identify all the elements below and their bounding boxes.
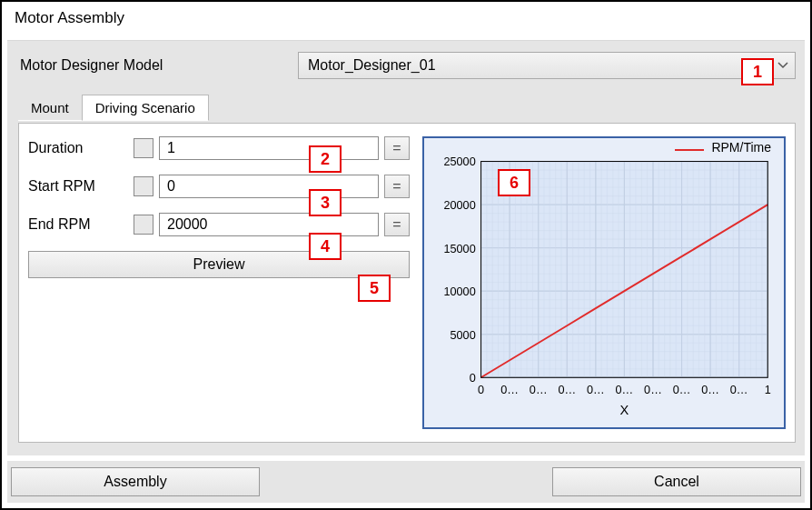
end-rpm-label: End RPM xyxy=(28,216,128,233)
svg-text:X: X xyxy=(620,403,629,417)
chevron-down-icon xyxy=(771,53,795,78)
svg-text:0…: 0… xyxy=(701,384,719,396)
end-rpm-swatch[interactable] xyxy=(134,215,153,235)
duration-input[interactable] xyxy=(159,136,379,160)
tab-panel-driving-scenario: Duration = Start RPM = End RPM = xyxy=(18,123,796,443)
window-title: Motor Assembly xyxy=(2,2,810,33)
duration-label: Duration xyxy=(28,140,128,156)
svg-text:10000: 10000 xyxy=(444,285,476,298)
preview-button[interactable]: Preview xyxy=(28,251,410,278)
start-rpm-input[interactable] xyxy=(159,175,379,198)
svg-text:0…: 0… xyxy=(673,384,691,396)
svg-text:0…: 0… xyxy=(530,384,548,396)
svg-text:1: 1 xyxy=(765,384,771,396)
cancel-button[interactable]: Cancel xyxy=(552,467,801,496)
svg-text:25000: 25000 xyxy=(444,155,476,168)
svg-text:0…: 0… xyxy=(500,384,519,396)
rpm-chart: RPM/Time 050001000015000200002500000…0…0… xyxy=(422,136,786,429)
svg-text:0: 0 xyxy=(470,372,476,385)
callout-2: 2 xyxy=(309,145,342,173)
svg-text:0…: 0… xyxy=(558,384,576,396)
model-dropdown[interactable]: Motor_Designer_01 xyxy=(298,52,796,79)
start-rpm-label: Start RPM xyxy=(28,178,128,195)
svg-text:0…: 0… xyxy=(587,384,605,396)
svg-text:0…: 0… xyxy=(730,384,748,396)
callout-1: 1 xyxy=(741,58,774,85)
svg-text:20000: 20000 xyxy=(444,199,476,212)
callout-5: 5 xyxy=(358,275,391,302)
duration-equals-button[interactable]: = xyxy=(384,136,410,160)
end-rpm-equals-button[interactable]: = xyxy=(384,213,410,236)
model-label: Motor Designer Model xyxy=(18,57,291,74)
assembly-button[interactable]: Assembly xyxy=(11,467,260,496)
start-rpm-swatch[interactable] xyxy=(134,176,153,196)
duration-swatch[interactable] xyxy=(134,138,153,158)
start-rpm-equals-button[interactable]: = xyxy=(384,175,410,198)
model-selected: Motor_Designer_01 xyxy=(308,57,436,74)
callout-4: 4 xyxy=(309,233,342,260)
end-rpm-input[interactable] xyxy=(159,213,379,236)
svg-text:5000: 5000 xyxy=(451,329,476,342)
svg-text:0: 0 xyxy=(478,384,484,396)
tab-mount[interactable]: Mount xyxy=(18,95,82,121)
callout-6: 6 xyxy=(498,169,530,196)
callout-3: 3 xyxy=(309,189,342,216)
svg-text:0…: 0… xyxy=(644,384,662,396)
svg-text:0…: 0… xyxy=(616,384,634,396)
tab-driving-scenario[interactable]: Driving Scenario xyxy=(82,95,209,121)
svg-text:15000: 15000 xyxy=(444,243,476,255)
